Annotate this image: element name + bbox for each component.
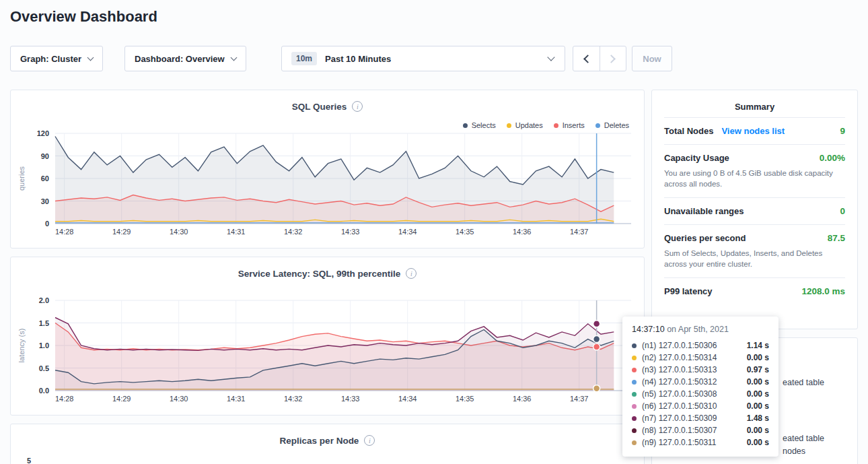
svg-text:14:30: 14:30 [170, 395, 188, 403]
svg-text:120: 120 [37, 129, 49, 137]
legend-dot-icon [463, 123, 468, 128]
chart-title: Replicas per Node [280, 436, 359, 446]
summary-row-p99: P99 latency 1208.0 ms [664, 277, 845, 304]
svg-text:14:37: 14:37 [570, 228, 589, 236]
node-label: (n2) 127.0.0.1:50314 [642, 353, 717, 362]
page-title: Overview Dashboard [10, 8, 157, 26]
series-dot-icon [632, 356, 637, 360]
graph-dropdown[interactable]: Graph: Cluster [10, 46, 103, 71]
info-icon[interactable] [364, 435, 375, 446]
series-dot-icon [632, 343, 637, 348]
view-nodes-list-link[interactable]: View nodes list [721, 126, 785, 136]
event-item-fragment[interactable]: eated table [783, 434, 824, 443]
time-prev-button[interactable] [573, 46, 600, 71]
total-nodes-value: 9 [840, 126, 845, 136]
qps-label: Queries per second [664, 233, 746, 243]
series-dot-icon [632, 440, 637, 445]
unavailable-ranges-label: Unavailable ranges [664, 206, 744, 216]
node-label: (n9) 127.0.0.1:50311 [642, 438, 717, 447]
svg-text:14:31: 14:31 [227, 228, 246, 236]
legend-dot-icon [507, 123, 511, 128]
unavailable-ranges-value: 0 [840, 206, 845, 216]
node-value: 1.14 s [747, 341, 769, 350]
tooltip-row-n9: (n9) 127.0.0.1:50311 0.00 s [632, 436, 769, 449]
p99-label: P99 latency [664, 286, 713, 296]
svg-text:14:32: 14:32 [284, 395, 303, 403]
sql-queries-panel: SQL Queries Selects Updates Inserts Dele… [10, 90, 645, 248]
service-latency-chart[interactable]: 0.00.51.01.52.014:2814:2914:3014:3114:32… [15, 295, 641, 405]
legend-dot-icon [595, 123, 600, 128]
y-axis-tick-fragment: 5 [27, 457, 31, 464]
svg-text:14:28: 14:28 [55, 395, 74, 403]
capacity-value: 0.00% [820, 153, 845, 163]
series-dot-icon [632, 368, 637, 372]
svg-text:14:34: 14:34 [398, 228, 417, 236]
now-button[interactable]: Now [632, 46, 672, 71]
info-icon[interactable] [406, 268, 417, 279]
chart-hover-tooltip: 14:37:10 on Apr 5th, 2021 (n1) 127.0.0.1… [622, 317, 779, 457]
svg-text:14:33: 14:33 [341, 228, 360, 236]
node-value: 0.00 s [747, 389, 769, 399]
node-value: 0.00 s [747, 353, 769, 362]
chevron-down-icon [230, 54, 237, 61]
time-next-button[interactable] [600, 46, 626, 71]
svg-text:0: 0 [45, 220, 49, 228]
node-label: (n5) 127.0.0.1:50308 [642, 389, 717, 399]
svg-text:2.0: 2.0 [39, 296, 49, 304]
svg-text:latency (s): latency (s) [17, 329, 26, 363]
tooltip-date: on Apr 5th, 2021 [665, 325, 729, 334]
tooltip-row-n3: (n3) 127.0.0.1:50313 0.97 s [632, 364, 769, 376]
tooltip-row-n8: (n8) 127.0.0.1:50307 0.00 s [632, 424, 769, 436]
p99-value: 1208.0 ms [801, 286, 845, 296]
total-nodes-label: Total Nodes [664, 126, 713, 136]
chart-title: SQL Queries [292, 102, 347, 112]
event-item-fragment[interactable]: nodes [783, 446, 805, 456]
qps-description: Sum of Selects, Updates, Inserts, and De… [664, 248, 845, 269]
tooltip-row-n4: (n4) 127.0.0.1:50312 0.00 s [632, 376, 769, 388]
summary-panel: Summary Total Nodes View nodes list 9 Ca… [651, 90, 858, 329]
sql-queries-chart[interactable]: 030609012014:2814:2914:3014:3114:3214:33… [15, 128, 641, 238]
node-value: 0.00 s [747, 377, 769, 387]
chart-title: Service Latency: SQL, 99th percentile [238, 269, 401, 279]
node-value: 0.00 s [747, 426, 769, 435]
tooltip-row-n7: (n7) 127.0.0.1:50309 1.48 s [632, 412, 769, 424]
time-range-label: Past 10 Minutes [325, 54, 391, 64]
capacity-label: Capacity Usage [664, 153, 729, 163]
event-item-fragment[interactable]: eated table [783, 378, 824, 387]
chevron-left-icon [583, 55, 592, 63]
tooltip-row-n1: (n1) 127.0.0.1:50306 1.14 s [632, 339, 769, 352]
info-icon[interactable] [352, 101, 363, 112]
node-label: (n6) 127.0.0.1:50310 [642, 401, 717, 411]
tooltip-row-n5: (n5) 127.0.0.1:50308 0.00 s [632, 388, 769, 400]
node-label: (n1) 127.0.0.1:50306 [642, 341, 717, 350]
series-dot-icon [632, 404, 637, 409]
dashboard-dropdown[interactable]: Dashboard: Overview [124, 46, 246, 71]
svg-text:14:36: 14:36 [513, 228, 532, 236]
node-label: (n8) 127.0.0.1:50307 [642, 426, 717, 435]
svg-text:14:29: 14:29 [112, 395, 131, 403]
svg-text:1.5: 1.5 [39, 319, 49, 327]
svg-text:14:31: 14:31 [227, 395, 246, 403]
svg-text:14:36: 14:36 [513, 395, 532, 403]
service-latency-panel: Service Latency: SQL, 99th percentile 0.… [10, 257, 645, 416]
series-dot-icon [632, 428, 637, 433]
capacity-description: You are using 0 B of 4.5 GiB usable disk… [664, 168, 845, 189]
svg-text:queries: queries [17, 166, 26, 191]
time-nav-group [573, 46, 626, 71]
series-dot-icon [632, 380, 637, 385]
node-value: 0.00 s [747, 401, 769, 411]
summary-row-capacity: Capacity Usage 0.00% You are using 0 B o… [664, 144, 845, 197]
summary-row-unavailable-ranges: Unavailable ranges 0 [664, 197, 845, 224]
svg-text:14:30: 14:30 [170, 228, 188, 236]
chevron-down-icon [547, 53, 554, 61]
svg-text:14:35: 14:35 [456, 395, 474, 403]
svg-text:90: 90 [41, 152, 49, 160]
svg-text:14:35: 14:35 [456, 228, 474, 236]
svg-text:14:33: 14:33 [341, 395, 360, 403]
tooltip-time: 14:37:10 [632, 325, 665, 334]
svg-text:14:29: 14:29 [112, 228, 131, 236]
summary-title: Summary [652, 90, 857, 117]
tooltip-timestamp: 14:37:10 on Apr 5th, 2021 [632, 325, 769, 334]
series-dot-icon [632, 392, 637, 397]
time-range-dropdown[interactable]: 10m Past 10 Minutes [281, 46, 565, 71]
